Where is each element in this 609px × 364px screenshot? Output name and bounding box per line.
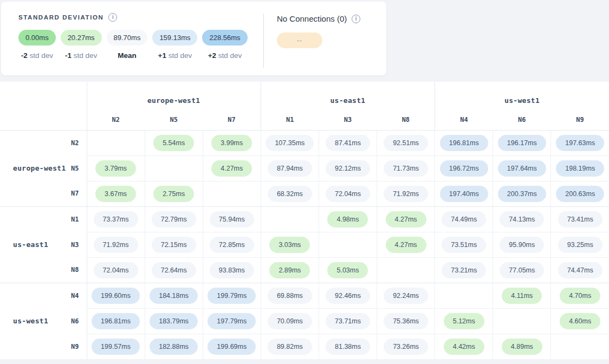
latency-pill[interactable]: 196.81ms: [440, 135, 488, 151]
latency-pill[interactable]: 89.82ms: [268, 339, 312, 355]
latency-pill[interactable]: 196.72ms: [440, 160, 488, 177]
latency-pill[interactable]: 93.25ms: [558, 237, 602, 253]
latency-pill[interactable]: 199.79ms: [208, 288, 256, 304]
latency-pill[interactable]: 69.88ms: [268, 288, 312, 304]
latency-pill[interactable]: 92.46ms: [326, 288, 370, 304]
latency-pill[interactable]: 73.41ms: [558, 211, 602, 227]
latency-pill[interactable]: 2.75ms: [153, 186, 194, 202]
latency-pill[interactable]: 4.42ms: [444, 339, 484, 355]
latency-pill[interactable]: 68.32ms: [268, 186, 312, 202]
matrix-corner-cell: [0, 82, 87, 130]
latency-pill[interactable]: 183.79ms: [150, 313, 198, 329]
latency-pill[interactable]: 197.63ms: [556, 135, 604, 151]
latency-pill[interactable]: 4.27ms: [211, 160, 252, 177]
latency-pill[interactable]: 92.24ms: [384, 288, 428, 304]
latency-cell: 74.49ms: [435, 206, 493, 232]
latency-pill[interactable]: 200.37ms: [498, 186, 546, 202]
latency-pill[interactable]: 4.70ms: [560, 288, 600, 304]
legend-pill: 20.27ms: [61, 30, 102, 46]
latency-pill[interactable]: 75.36ms: [384, 313, 428, 329]
latency-pill[interactable]: 87.94ms: [268, 160, 312, 177]
info-icon[interactable]: i: [352, 15, 360, 23]
latency-pill[interactable]: 197.79ms: [208, 313, 256, 329]
self-latency-cell: [145, 155, 203, 181]
row-node-label: N9: [71, 343, 79, 350]
latency-pill[interactable]: 74.13ms: [500, 211, 544, 227]
legend-item: 228.56ms+2 std dev: [202, 30, 247, 60]
latency-pill[interactable]: 72.85ms: [210, 237, 254, 253]
latency-pill[interactable]: 182.88ms: [150, 339, 198, 355]
latency-pill[interactable]: 5.12ms: [444, 313, 484, 329]
latency-cell: 73.21ms: [435, 257, 493, 283]
latency-pill[interactable]: 197.40ms: [440, 186, 488, 202]
latency-pill[interactable]: 3.79ms: [95, 160, 136, 177]
latency-pill[interactable]: 4.27ms: [386, 237, 426, 253]
latency-pill[interactable]: 200.63ms: [556, 186, 604, 202]
latency-pill[interactable]: 73.51ms: [442, 237, 486, 253]
latency-pill[interactable]: 75.94ms: [210, 211, 254, 227]
latency-pill[interactable]: 199.69ms: [208, 339, 256, 355]
latency-pill[interactable]: 72.64ms: [152, 262, 196, 278]
column-node-header: N7: [203, 110, 261, 130]
latency-pill[interactable]: 5.03ms: [327, 262, 368, 278]
latency-pill[interactable]: 198.19ms: [556, 160, 604, 177]
latency-pill[interactable]: 4.27ms: [386, 211, 426, 227]
row-node-label: N5: [71, 165, 79, 172]
column-region-header: us-west1: [435, 82, 609, 110]
latency-cell: 5.54ms: [145, 130, 203, 155]
latency-pill[interactable]: 72.04ms: [326, 186, 370, 202]
latency-pill[interactable]: 95.90ms: [500, 237, 544, 253]
latency-pill[interactable]: 73.21ms: [442, 262, 486, 278]
latency-pill[interactable]: 3.67ms: [95, 186, 136, 202]
latency-cell: 3.67ms: [87, 181, 145, 206]
latency-cell: 199.60ms: [87, 283, 145, 308]
info-icon[interactable]: i: [108, 13, 117, 22]
latency-cell: 183.79ms: [145, 308, 203, 334]
latency-cell: 74.13ms: [493, 206, 551, 232]
latency-pill[interactable]: 74.49ms: [442, 211, 486, 227]
latency-pill[interactable]: 107.35ms: [265, 135, 314, 151]
latency-pill[interactable]: 72.04ms: [94, 262, 138, 278]
latency-pill[interactable]: 81.38ms: [326, 339, 370, 355]
row-label: N9: [0, 334, 87, 359]
std-dev-title-row: STANDARD DEVIATION i: [18, 13, 263, 22]
latency-cell: 197.63ms: [551, 130, 609, 155]
latency-pill[interactable]: 196.17ms: [498, 135, 546, 151]
latency-pill[interactable]: 71.92ms: [94, 237, 138, 253]
latency-pill[interactable]: 3.99ms: [211, 135, 252, 151]
latency-cell: 4.27ms: [377, 206, 435, 232]
latency-pill[interactable]: 72.79ms: [152, 211, 196, 227]
column-node-header: N2: [87, 110, 145, 130]
latency-pill[interactable]: 3.03ms: [269, 237, 310, 253]
latency-pill[interactable]: 184.18ms: [150, 288, 198, 304]
latency-pill[interactable]: 199.60ms: [92, 288, 140, 304]
latency-pill[interactable]: 70.09ms: [268, 313, 312, 329]
latency-cell: 73.51ms: [435, 232, 493, 257]
column-region-header: europe-west1: [87, 82, 261, 110]
latency-cell: 199.79ms: [203, 283, 261, 308]
latency-pill[interactable]: 196.81ms: [92, 313, 140, 329]
latency-cell: 4.27ms: [377, 232, 435, 257]
latency-pill[interactable]: 72.15ms: [152, 237, 196, 253]
latency-pill[interactable]: 73.71ms: [326, 313, 370, 329]
latency-pill[interactable]: 77.05ms: [500, 262, 544, 278]
latency-pill[interactable]: 4.11ms: [502, 288, 542, 304]
latency-pill[interactable]: 71.73ms: [384, 160, 428, 177]
latency-pill[interactable]: 197.64ms: [498, 160, 546, 177]
latency-pill[interactable]: 71.92ms: [384, 186, 428, 202]
latency-pill[interactable]: 2.89ms: [269, 262, 310, 278]
latency-pill[interactable]: 87.41ms: [326, 135, 370, 151]
latency-cell: 196.17ms: [493, 130, 551, 155]
latency-pill[interactable]: 4.98ms: [327, 211, 368, 227]
latency-pill[interactable]: 4.89ms: [502, 339, 542, 355]
latency-pill[interactable]: 4.60ms: [560, 313, 600, 329]
latency-pill[interactable]: 73.37ms: [94, 211, 138, 227]
latency-pill[interactable]: 92.12ms: [326, 160, 370, 177]
latency-pill[interactable]: 92.51ms: [384, 135, 428, 151]
latency-pill[interactable]: 73.26ms: [384, 339, 428, 355]
latency-pill[interactable]: 93.83ms: [210, 262, 254, 278]
latency-pill[interactable]: 5.54ms: [153, 135, 194, 151]
latency-pill[interactable]: 199.57ms: [92, 339, 140, 355]
latency-cell: 199.57ms: [87, 334, 145, 359]
latency-pill[interactable]: 74.47ms: [558, 262, 602, 278]
